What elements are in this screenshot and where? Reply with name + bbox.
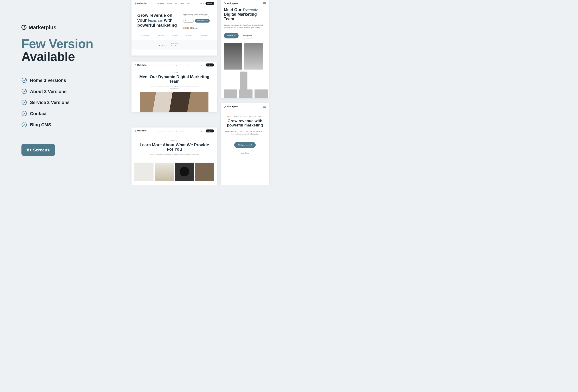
register-button[interactable]: Register — [205, 64, 214, 67]
client-logos: ◎ Epicurious ✦ Nietzsche ⚡ Boltshift ⌘ I… — [132, 33, 217, 40]
stat-value: 100K+ — [190, 26, 198, 28]
top-nav: Marketplus Our service About Us Blog Con… — [132, 61, 217, 68]
social-proof: 100K+ Clients Active — [183, 26, 211, 30]
service-thumbnail — [195, 163, 214, 181]
brand-logo-icon — [224, 106, 225, 107]
service-thumbnail — [134, 163, 153, 181]
team-photo — [239, 89, 252, 98]
brand[interactable]: Marketplus — [224, 105, 238, 108]
brand-name: Marketplus — [227, 2, 238, 4]
title-emphasis: Dynamic — [243, 8, 258, 12]
stat-label: Clients Active — [190, 28, 198, 30]
headline: Few Version Available — [21, 37, 101, 63]
mobile-team-title: Meet Our Dynamic Digital Marketing Team — [221, 8, 269, 21]
nav-item-service[interactable]: Our service — [157, 3, 164, 4]
preview-home: Marketplus Our service About Us Blog Con… — [132, 0, 217, 55]
register-button[interactable]: Register — [205, 129, 214, 132]
view-profile-button[interactable]: View profile — [240, 33, 255, 38]
nav-item-service[interactable]: Our service — [157, 130, 164, 132]
team-photo — [254, 89, 268, 98]
nav-actions: Sign In Register — [200, 2, 214, 5]
preview-about: Marketplus Our service About Us Blog Con… — [132, 61, 217, 112]
nav-item-about[interactable]: About Us — [166, 64, 172, 66]
brand: Marketplus — [21, 24, 101, 30]
client-logo: ⌘ Interlock — [186, 35, 193, 36]
client-logo: ◎ Epicurious — [141, 35, 149, 36]
brand[interactable]: Marketplus — [135, 64, 146, 66]
start-trial-button[interactable]: Start your free trial — [234, 142, 256, 148]
brand[interactable]: Marketplus — [135, 130, 146, 132]
headline-line1: Few Version — [21, 37, 101, 50]
svg-point-0 — [21, 78, 27, 83]
check-circle-icon — [21, 78, 27, 83]
svg-point-2 — [21, 100, 27, 105]
team-photo — [224, 89, 237, 98]
nav-item-about[interactable]: About Us — [167, 130, 172, 132]
register-button[interactable]: Register — [205, 2, 214, 5]
hero-eyebrow: 🔥 BEST MARKETING AGENCY 2023 IN INDONESI… — [221, 116, 269, 117]
view-demo-button[interactable]: View demo — [183, 19, 194, 22]
section-title: Learn More About What We Provide For You — [138, 143, 210, 152]
feature-item: Service 2 Versions — [21, 100, 101, 105]
nav-item-blog[interactable]: Blog — [175, 3, 177, 4]
section-title: Meet Our Dynamic Digital Marketing Team — [138, 75, 210, 84]
brand-logo-icon — [135, 64, 136, 66]
brand-name: Marketplus — [137, 64, 146, 66]
top-nav: Marketplus Our service About Us Blog Con… — [132, 0, 217, 7]
brand-name: Marketplus — [137, 130, 146, 132]
svg-point-3 — [21, 111, 27, 116]
brand-logo-icon — [135, 3, 136, 4]
team-photo — [140, 92, 208, 112]
feature-label: Home 3 Versions — [30, 78, 66, 83]
talk-with-us-button[interactable]: Talk with us — [224, 33, 239, 38]
nav-item-faq[interactable]: FAQ — [187, 130, 189, 132]
service-thumbnail — [175, 163, 194, 181]
client-logo: ✦ Nietzsche — [156, 35, 164, 36]
screens-badge[interactable]: 8+ Screens — [21, 144, 55, 156]
hero-title: Grow revenue on your business with power… — [137, 13, 180, 28]
brand-name: Marketplus — [137, 2, 146, 4]
nav-item-contact[interactable]: Contact — [180, 64, 184, 66]
feature-label: Contact — [30, 111, 47, 116]
feature-item: Contact — [21, 111, 101, 116]
hamburger-menu-icon[interactable] — [263, 2, 266, 4]
nav-item-contact[interactable]: Contact — [180, 3, 184, 4]
sign-in-link[interactable]: Sign In — [200, 64, 204, 66]
nav-item-about[interactable]: About Us — [167, 3, 172, 4]
section-subtitle: Strategic Visionaries, Creative Minds: C… — [148, 153, 201, 157]
nav-item-service[interactable]: Our service — [157, 64, 163, 66]
nav-item-blog[interactable]: Blog — [174, 64, 177, 66]
section-eyebrow: ABOUT US — [138, 72, 210, 74]
client-logo: ⚡ Boltshift — [171, 35, 178, 36]
client-logo: ◯ Polymath — [200, 35, 207, 36]
nav-item-contact[interactable]: Contact — [180, 130, 184, 132]
sign-in-link[interactable]: Sign In — [200, 3, 204, 4]
service-thumbnail — [155, 163, 174, 181]
brand-name: Marketplus — [29, 24, 56, 30]
nav-item-faq[interactable]: FAQ — [187, 64, 189, 66]
brand[interactable]: Marketplus — [135, 2, 146, 4]
hamburger-menu-icon[interactable] — [263, 106, 266, 107]
check-circle-icon — [21, 100, 27, 105]
section-tagline: Build lasting relationships with our com… — [132, 45, 217, 46]
section-eyebrow: SERVICE — [138, 140, 210, 141]
team-photo — [224, 43, 242, 70]
nav-links: Our service About Us Blog Contact FAQ — [157, 3, 190, 4]
brand-name: Marketplus — [227, 105, 238, 108]
service-thumbnails — [132, 157, 217, 181]
benefits-section: BENEFITS Build lasting relationships wit… — [132, 40, 217, 49]
section-subtitle: Strategic Visionaries, Creative Minds: C… — [148, 85, 201, 89]
marketing-left-panel: Marketplus Few Version Available Home 3 … — [21, 24, 101, 156]
nav-item-faq[interactable]: FAQ — [187, 3, 189, 4]
view-demo-button[interactable]: View demo — [237, 150, 253, 156]
avatar — [186, 27, 189, 30]
start-trial-button[interactable]: Start your free trial — [195, 19, 210, 22]
mobile-team-subtitle: Strategic Visionaries, Creative Minds: C… — [221, 21, 269, 29]
headline-line2: Available — [21, 50, 101, 63]
brand[interactable]: Marketplus — [224, 2, 238, 4]
title-text: Digital Marketing Team — [224, 12, 257, 21]
nav-item-blog[interactable]: Blog — [175, 130, 177, 132]
brand-logo-icon — [224, 2, 225, 4]
preview-service: Marketplus Our service About Us Blog Con… — [132, 128, 217, 185]
sign-in-link[interactable]: Sign In — [200, 130, 204, 132]
